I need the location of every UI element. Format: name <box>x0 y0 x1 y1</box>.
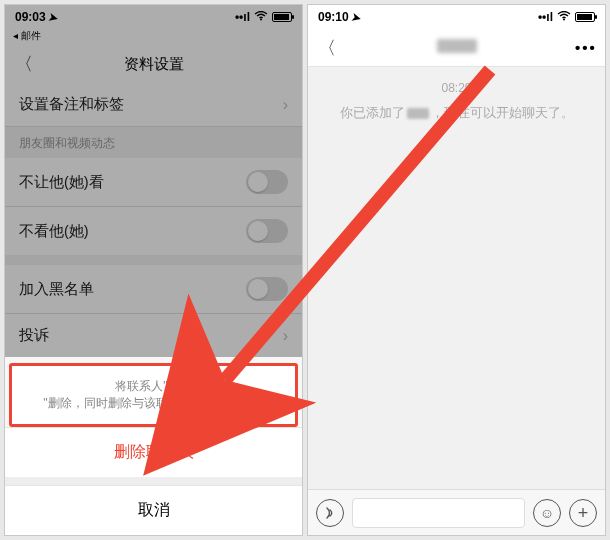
sys-msg-suffix: ，现在可以开始聊天了。 <box>431 105 574 122</box>
voice-input-icon[interactable] <box>316 499 344 527</box>
phone-left-profile-settings: 09:03 ➤ ••ıl ◂ 邮件 〈 资料设置 设置备注和标签 › 朋友圈和视… <box>4 4 303 536</box>
row-label: 不让他(她)看 <box>19 173 246 192</box>
more-icon[interactable]: ••• <box>575 39 595 56</box>
row-label: 加入黑名单 <box>19 280 246 299</box>
battery-icon <box>272 12 292 22</box>
cell-signal-icon: ••ıl <box>538 10 553 24</box>
cell-signal-icon: ••ıl <box>235 10 250 24</box>
row-report[interactable]: 投诉 › <box>5 314 302 357</box>
chat-text-input[interactable] <box>352 498 525 528</box>
redacted-name <box>407 108 429 119</box>
svg-point-0 <box>260 19 262 21</box>
wifi-icon <box>254 10 268 24</box>
row-hide-my-moments: 不让他(她)看 <box>5 158 302 207</box>
system-message: 你已添加了 ，现在可以开始聊天了。 <box>320 105 594 122</box>
status-time: 09:10 <box>318 10 349 24</box>
redacted-name <box>169 381 191 392</box>
back-icon[interactable]: 〈 <box>318 36 338 60</box>
row-hide-their-moments: 不看他(她) <box>5 207 302 255</box>
chat-body: 08:29 你已添加了 ，现在可以开始聊天了。 <box>308 67 605 489</box>
toggle-hide-my[interactable] <box>246 170 288 194</box>
nav-bar: 〈 资料设置 <box>5 45 302 83</box>
chevron-right-icon: › <box>283 327 288 345</box>
sheet-cancel-button[interactable]: 取消 <box>5 485 302 535</box>
toggle-blacklist[interactable] <box>246 277 288 301</box>
row-blacklist: 加入黑名单 <box>5 265 302 314</box>
status-time: 09:03 <box>15 10 46 24</box>
sys-msg-prefix: 你已添加了 <box>340 105 405 122</box>
sheet-msg-prefix: 将联系人" <box>115 378 167 395</box>
nav-bar: 〈 ••• <box>308 29 605 67</box>
status-bar: 09:10 ➤ ••ıl <box>308 5 605 29</box>
battery-icon <box>575 12 595 22</box>
page-title: 资料设置 <box>35 55 272 74</box>
section-moments-header: 朋友圈和视频动态 <box>5 127 302 158</box>
plus-icon[interactable]: + <box>569 499 597 527</box>
phone-right-chat: 09:10 ➤ ••ıl 〈 ••• 08:29 你已添加了 ，现在可以开始聊天… <box>307 4 606 536</box>
row-label: 投诉 <box>19 326 283 345</box>
back-to-mail-link[interactable]: ◂ 邮件 <box>5 29 302 45</box>
chat-input-bar: ☺ + <box>308 489 605 535</box>
wifi-icon <box>557 10 571 24</box>
redacted-name <box>437 39 477 53</box>
svg-point-1 <box>563 19 565 21</box>
row-notes-and-tags[interactable]: 设置备注和标签 › <box>5 83 302 127</box>
location-icon: ➤ <box>350 10 362 25</box>
sheet-msg-suffix: "删除，同时删除与该联系人的聊天记录。 <box>43 395 263 412</box>
location-icon: ➤ <box>47 10 59 25</box>
sheet-delete-contact-button[interactable]: 删除联系人 <box>5 427 302 477</box>
emoji-icon[interactable]: ☺ <box>533 499 561 527</box>
sheet-message: 将联系人" "删除，同时删除与该联系人的聊天记录。 <box>12 366 295 424</box>
status-bar: 09:03 ➤ ••ıl <box>5 5 302 29</box>
chevron-right-icon: › <box>283 96 288 114</box>
row-label: 设置备注和标签 <box>19 95 283 114</box>
delete-action-sheet: 将联系人" "删除，同时删除与该联系人的聊天记录。 删除联系人 取消 <box>5 357 302 535</box>
toggle-hide-their[interactable] <box>246 219 288 243</box>
chat-title <box>338 39 575 56</box>
sheet-message-highlight: 将联系人" "删除，同时删除与该联系人的聊天记录。 <box>9 363 298 427</box>
row-label: 不看他(她) <box>19 222 246 241</box>
back-icon[interactable]: 〈 <box>15 52 35 76</box>
chat-timestamp: 08:29 <box>308 81 605 95</box>
